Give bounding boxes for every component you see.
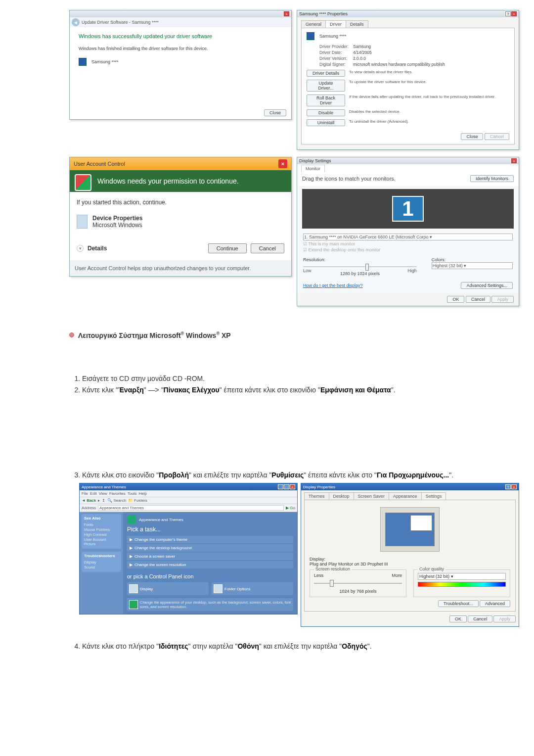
apply-button: Apply: [493, 615, 516, 622]
monitor-arrangement-area[interactable]: 1: [302, 189, 514, 229]
category-title: Appearance and Themes: [139, 518, 183, 522]
close-icon[interactable]: ×: [511, 11, 517, 16]
color-bar: [418, 582, 506, 587]
tab-screensaver[interactable]: Screen Saver: [354, 492, 390, 500]
window-titlebar: Display Properties ? ×: [301, 483, 519, 490]
slider-less: Less: [314, 573, 323, 578]
publisher-label: Microsoft Windows: [92, 222, 142, 229]
see-also-panel: See Also Fonts Mouse Pointers High Contr…: [82, 514, 121, 549]
troubleshoot-button[interactable]: Troubleshoot...: [438, 600, 479, 607]
minimize-icon[interactable]: _: [278, 484, 283, 489]
maximize-icon[interactable]: □: [284, 484, 289, 489]
continue-button[interactable]: Continue: [208, 243, 247, 253]
task-item[interactable]: ▶Change the screen resolution: [127, 561, 293, 568]
screen-resolution-fieldset: Screen resolution Less More 1024 by 768 …: [310, 569, 406, 597]
chevron-down-icon[interactable]: ▾: [77, 245, 84, 252]
panel-header: Troubleshooters: [84, 554, 119, 558]
help-icon[interactable]: ?: [505, 484, 511, 489]
resolution-slider[interactable]: [314, 580, 402, 587]
desc: To update the driver software for this d…: [349, 80, 509, 84]
menu-tools[interactable]: Tools: [128, 491, 137, 496]
task-item[interactable]: ▶Change the desktop background: [127, 544, 293, 552]
slider-low: Low: [303, 268, 312, 273]
menu-file[interactable]: File: [82, 491, 88, 496]
close-icon[interactable]: ×: [290, 484, 295, 489]
back-button[interactable]: ◄ Back: [82, 498, 96, 503]
forward-button[interactable]: ▸: [98, 498, 100, 503]
details-button[interactable]: Details: [88, 245, 204, 252]
uninstall-button[interactable]: Uninstall: [307, 119, 345, 126]
screenshot-row-2: User Account Control × Windows needs you…: [69, 157, 519, 306]
sidebar-item[interactable]: Sound: [84, 565, 119, 569]
advanced-button[interactable]: Advanced: [480, 600, 510, 607]
sidebar-item[interactable]: User Account Picture: [84, 537, 119, 546]
help-icon[interactable]: ?: [505, 11, 511, 16]
cancel-button[interactable]: Cancel: [466, 296, 490, 303]
tab-desktop[interactable]: Desktop: [329, 492, 354, 500]
tab-settings[interactable]: Settings: [421, 492, 446, 500]
menu-view[interactable]: View: [99, 491, 107, 496]
ok-button[interactable]: OK: [447, 296, 464, 303]
back-icon[interactable]: ◄: [72, 18, 80, 26]
colors-select[interactable]: Highest (32 bit) ▾: [432, 262, 513, 269]
tab-themes[interactable]: Themes: [304, 492, 329, 500]
folders-button[interactable]: 📁 Folders: [128, 498, 147, 503]
close-icon[interactable]: ×: [511, 484, 517, 489]
monitor-preview: [310, 504, 510, 555]
monitor-icon: [79, 58, 87, 66]
shield-icon: [75, 174, 91, 191]
close-icon[interactable]: ×: [278, 159, 287, 168]
sidebar-item[interactable]: Mouse Pointers: [84, 527, 119, 532]
address-bar: Address Appearance and Themes ▶ Go: [80, 504, 297, 512]
resolution-slider[interactable]: Low High: [303, 263, 417, 270]
tab-appearance[interactable]: Appearance: [389, 492, 422, 500]
cancel-button[interactable]: Cancel: [251, 243, 284, 253]
if-started-text: If you started this action, continue.: [77, 199, 284, 206]
control-panel-icon-folder-options[interactable]: Folder Options: [212, 582, 293, 595]
close-button[interactable]: Close: [461, 133, 483, 140]
update-driver-button[interactable]: Update Driver...: [307, 80, 345, 92]
sidebar-item[interactable]: High Contrast: [84, 532, 119, 537]
cancel-button[interactable]: Cancel: [468, 615, 492, 622]
up-button[interactable]: ↥: [102, 498, 105, 503]
desc: To uninstall the driver (Advanced).: [349, 119, 509, 124]
menu-edit[interactable]: Edit: [90, 491, 97, 496]
monitor-1-icon[interactable]: 1: [392, 196, 423, 222]
window-title: Samsung **** Properties: [299, 11, 348, 16]
search-button[interactable]: 🔍 Search: [107, 498, 126, 503]
address-label: Address: [82, 506, 96, 510]
disable-button[interactable]: Disable: [307, 109, 345, 116]
task-item[interactable]: ▶Choose a screen saver: [127, 553, 293, 560]
main-monitor-checkbox: ☑ This is my main monitor: [303, 241, 513, 246]
menu-favorites[interactable]: Favorites: [109, 491, 126, 496]
screenshot-row-3: Appearance and Themes _ □ × File Edit Vi…: [79, 483, 519, 627]
ok-button[interactable]: OK: [449, 615, 467, 622]
close-button[interactable]: Close: [264, 109, 286, 116]
address-input[interactable]: Appearance and Themes: [98, 505, 284, 511]
success-message: Windows has successfully updated your dr…: [79, 33, 282, 39]
appearance-themes-window: Appearance and Themes _ □ × File Edit Vi…: [79, 483, 298, 614]
driver-details-button[interactable]: Driver Details: [307, 70, 345, 77]
color-quality-select[interactable]: Highest (32 bit) ▾: [418, 573, 506, 580]
close-icon[interactable]: ×: [284, 11, 289, 16]
sidebar-item[interactable]: Fonts: [84, 522, 119, 527]
sidebar-item[interactable]: Display: [84, 560, 119, 565]
tab-driver[interactable]: Driver: [325, 20, 346, 28]
troubleshooters-panel: Troubleshooters Display Sound: [82, 552, 121, 572]
update-driver-window: × ◄ Update Driver Software - Samsung ***…: [69, 10, 292, 120]
category-icon: [127, 515, 136, 524]
go-button[interactable]: ▶ Go: [286, 506, 295, 510]
display-select[interactable]: 1. Samsung **** on NVIDIA GeForce 6600 L…: [303, 234, 513, 240]
menu-help[interactable]: Help: [138, 491, 146, 496]
rollback-driver-button[interactable]: Roll Back Driver: [307, 94, 345, 106]
best-display-link[interactable]: How do I get the best display?: [303, 283, 363, 288]
control-panel-icon-display[interactable]: Display: [127, 582, 209, 595]
identify-monitors-button[interactable]: Identify Monitors: [470, 175, 514, 182]
close-icon[interactable]: ×: [511, 158, 517, 163]
tab-general[interactable]: General: [301, 20, 326, 28]
tab-monitor[interactable]: Monitor: [301, 165, 325, 172]
step-4: Κάντε κλικ στο πλήκτρο "Ιδιότητες" στην …: [82, 642, 519, 651]
task-item[interactable]: ▶Change the computer's theme: [127, 536, 293, 543]
tab-details[interactable]: Details: [346, 20, 368, 28]
advanced-settings-button[interactable]: Advanced Settings...: [461, 282, 513, 289]
